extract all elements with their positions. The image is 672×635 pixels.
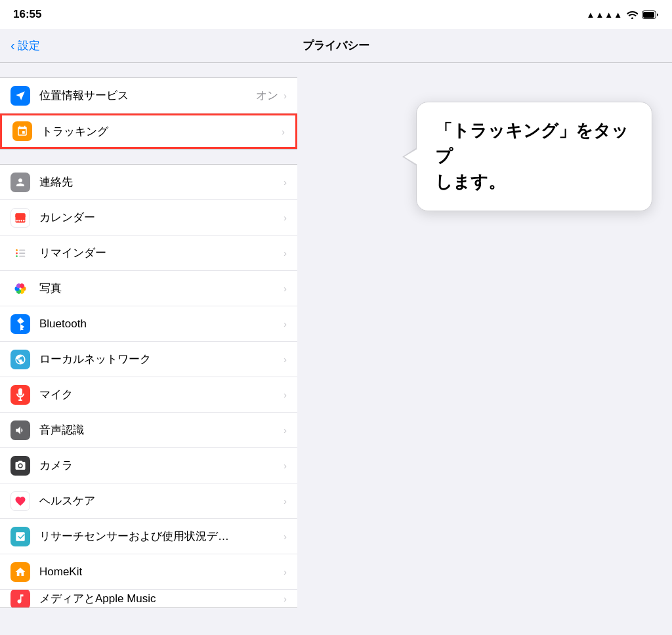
calendar-chevron-icon: › [284,212,287,223]
microphone-item[interactable]: マイク › [0,377,297,413]
research-icon-svg [14,531,26,543]
research-chevron-icon: › [284,531,287,542]
tracking-icon [12,121,32,141]
calendar-icon-svg: ●●●●●● [14,211,27,224]
svg-rect-18 [18,388,22,396]
svg-text:●●●●●●: ●●●●●● [14,218,27,222]
camera-item[interactable]: カメラ › [0,448,297,483]
media-icon [10,590,30,607]
contacts-icon [10,173,30,192]
svg-rect-10 [19,253,25,254]
status-bar: 16:55 ▲▲▲▲ [0,0,672,29]
wifi-icon [627,10,638,19]
tracking-chevron-icon: › [282,126,285,137]
health-label: ヘルスケア [39,493,284,508]
svg-point-7 [16,252,18,254]
tracking-label: トラッキング [41,124,282,139]
globe-icon-svg [14,354,26,365]
location-item[interactable]: 位置情報サービス オン › [0,78,297,113]
health-chevron-icon: › [284,495,287,506]
health-item[interactable]: ヘルスケア › [0,483,297,519]
back-chevron-icon: ‹ [10,38,15,53]
speechrecognition-item[interactable]: 音声認識 › [0,413,297,448]
microphone-label: マイク [39,387,284,402]
nav-title: プライバシー [303,38,369,53]
health-icon-svg [14,495,26,507]
status-icons: ▲▲▲▲ [587,10,659,20]
homekit-icon-svg [14,566,26,578]
location-label: 位置情報サービス [39,88,256,103]
media-label: メディアとApple Music [39,591,284,606]
location-value: オン [256,88,278,103]
media-item[interactable]: メディアとApple Music › [0,590,297,607]
status-time: 16:55 [13,8,41,21]
speechrecognition-chevron-icon: › [284,424,287,436]
photos-item[interactable]: 写真 › [0,271,297,306]
camera-icon [10,456,30,476]
photos-icon-svg [11,279,30,298]
svg-rect-9 [19,249,25,251]
tracking-item[interactable]: トラッキング › [0,113,297,149]
tracking-icon-svg [16,125,28,137]
health-icon [10,491,30,511]
microphone-icon [10,385,30,405]
research-icon [10,527,30,546]
reminders-icon [10,243,30,263]
contacts-icon-svg [14,176,26,188]
location-icon-svg [14,90,26,102]
bluetooth-label: Bluetooth [39,318,284,331]
callout-bubble: 「トラッキング」をタップします。 [416,102,652,211]
reminders-item[interactable]: リマインダー › [0,236,297,271]
photos-icon [10,279,30,298]
callout-text: 「トラッキング」をタップします。 [435,118,633,195]
media-chevron-icon: › [284,593,287,604]
battery-icon [642,10,659,19]
svg-rect-1 [643,12,654,18]
bluetooth-item[interactable]: Bluetooth › [0,306,297,342]
location-icon [10,86,30,106]
homekit-label: HomeKit [39,565,284,579]
reminders-label: リマインダー [39,245,284,260]
homekit-icon [10,562,30,582]
svg-rect-19 [20,398,21,399]
calendar-icon: ●●●●●● [10,208,30,228]
camera-icon-svg [14,460,26,472]
contacts-label: 連絡先 [39,174,284,190]
bluetooth-chevron-icon: › [284,318,287,329]
svg-rect-11 [19,255,25,256]
mic-icon-svg [16,388,25,401]
calendar-label: カレンダー [39,210,284,225]
localnetwork-item[interactable]: ローカルネットワーク › [0,342,297,377]
settings-area: 位置情報サービス オン › トラッキング › 連絡先 › [0,63,297,635]
bluetooth-icon [10,314,30,334]
nav-bar: ‹ 設定 プライバシー [0,29,672,63]
camera-chevron-icon: › [284,460,287,471]
speechrecognition-icon [10,420,30,440]
reminders-icon-svg [13,246,28,260]
localnetwork-icon [10,350,30,369]
homekit-item[interactable]: HomeKit › [0,554,297,590]
reminders-chevron-icon: › [284,247,287,258]
location-chevron-icon: › [284,90,287,101]
second-list-group: 連絡先 › ●●●●●● カレンダー › [0,164,297,608]
research-item[interactable]: リサーチセンサーおよび使用状況デ… › [0,519,297,554]
svg-rect-20 [18,399,22,401]
bluetooth-icon-svg [16,318,25,331]
contacts-chevron-icon: › [284,176,287,188]
media-icon-svg [14,593,26,605]
voice-icon-svg [14,424,26,436]
photos-chevron-icon: › [284,283,287,294]
photos-label: 写真 [39,281,284,296]
localnetwork-chevron-icon: › [284,354,287,365]
top-list-group: 位置情報サービス オン › トラッキング › [0,77,297,150]
localnetwork-label: ローカルネットワーク [39,352,284,367]
contacts-item[interactable]: 連絡先 › [0,165,297,200]
nav-back-button[interactable]: ‹ 設定 [10,38,40,53]
svg-rect-4 [16,215,26,217]
calendar-item[interactable]: ●●●●●● カレンダー › [0,200,297,236]
research-label: リサーチセンサーおよび使用状況デ… [39,529,284,544]
camera-label: カメラ [39,458,284,473]
homekit-chevron-icon: › [284,566,287,577]
speechrecognition-label: 音声認識 [39,422,284,438]
svg-point-8 [16,255,18,257]
